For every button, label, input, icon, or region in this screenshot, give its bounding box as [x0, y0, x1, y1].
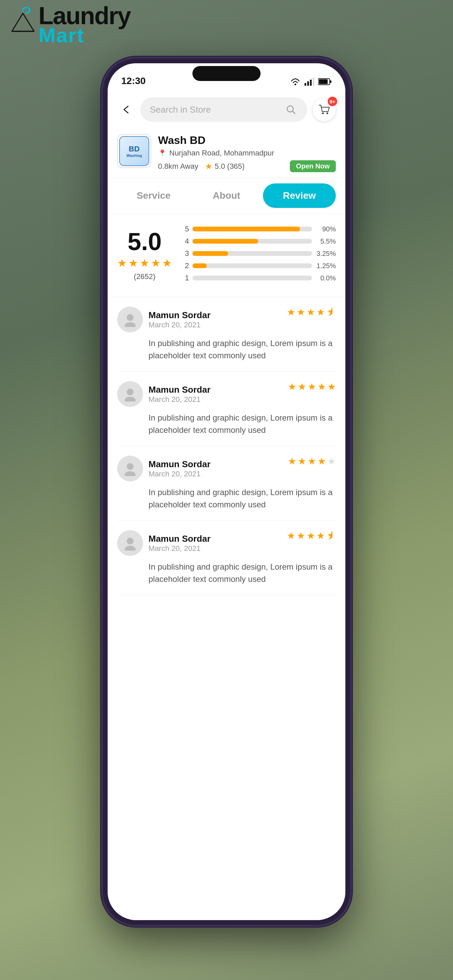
review-text-4: In publishing and graphic design, Lorem …	[148, 561, 336, 585]
user-avatar-icon-2	[123, 387, 137, 401]
svg-rect-3	[307, 81, 309, 86]
location-pin-icon: 📍	[158, 149, 167, 157]
reviewer-info-4: Mamun Sordar March 20, 2021	[117, 530, 211, 556]
user-avatar-icon-1	[123, 312, 137, 327]
status-icons	[290, 77, 332, 86]
rating-score: 5.0	[128, 229, 161, 254]
user-avatar-icon-3	[123, 461, 137, 476]
review-date-4: March 20, 2021	[148, 544, 211, 553]
reviewer-name-1: Mamun Sordar	[148, 310, 211, 321]
svg-point-17	[127, 463, 134, 470]
svg-point-11	[322, 113, 324, 115]
tab-service[interactable]: Service	[117, 183, 190, 208]
open-now-badge: Open Now	[290, 160, 336, 172]
bar-row-5: 5 90%	[182, 224, 336, 234]
reviewer-name-3: Mamun Sordar	[148, 459, 211, 469]
rating-bars: 5 90% 4 5.5% 3 3.25%	[182, 224, 336, 286]
bar-row-2: 2 1.25%	[182, 261, 336, 270]
logo-hanger-icon	[10, 6, 36, 43]
tab-about[interactable]: About	[190, 183, 263, 208]
search-magnifier-icon	[286, 105, 296, 115]
cart-badge: 9+	[328, 97, 337, 106]
review-stars-3: ★ ★ ★ ★ ★	[288, 456, 336, 467]
dynamic-island	[193, 66, 260, 81]
review-stars-4: ★ ★ ★ ★ ⯨	[287, 530, 336, 541]
reviewer-info-3: Mamun Sordar March 20, 2021	[117, 456, 211, 482]
back-arrow-icon	[121, 105, 131, 115]
review-card-2: Mamun Sordar March 20, 2021 ★ ★ ★ ★ ★	[117, 372, 336, 446]
avatar-4	[117, 530, 143, 556]
review-card-1: Mamun Sordar March 20, 2021 ★ ★ ★ ★ ⯨	[117, 297, 336, 372]
tabs: Service About Review	[108, 178, 345, 214]
reviews-section: Mamun Sordar March 20, 2021 ★ ★ ★ ★ ⯨	[108, 297, 345, 595]
svg-point-15	[127, 388, 134, 395]
battery-icon	[318, 78, 332, 86]
top-bar: Search in Store	[108, 91, 345, 129]
app-logo: Laundry Mart	[10, 3, 131, 46]
svg-line-10	[293, 111, 295, 114]
bar-row-3: 3 3.25%	[182, 249, 336, 258]
signal-icon	[305, 77, 315, 86]
store-meta: 0.8km Away ★ 5.0 (365) Open Now	[158, 160, 336, 172]
store-rating: ★ 5.0 (365)	[205, 162, 244, 171]
back-button[interactable]	[117, 101, 135, 118]
reviewer-info-2: Mamun Sordar March 20, 2021	[117, 381, 211, 407]
search-placeholder: Search in Store	[150, 105, 280, 115]
overall-rating: 5.0 ★ ★ ★ ★ ★ (2652)	[117, 229, 172, 281]
svg-point-20	[124, 546, 136, 550]
bar-row-4: 4 5.5%	[182, 237, 336, 246]
store-header: BD Washing Wash BD 📍 Nurjahan Road, Moha…	[108, 129, 345, 178]
avatar-2	[117, 381, 143, 407]
svg-rect-4	[310, 80, 312, 86]
review-date-1: March 20, 2021	[148, 321, 211, 329]
review-stars-1: ★ ★ ★ ★ ⯨	[287, 307, 336, 318]
reviewer-name-2: Mamun Sordar	[148, 385, 211, 395]
avatar-3	[117, 456, 143, 482]
avatar-1	[117, 307, 143, 332]
search-icon	[284, 103, 298, 116]
phone-screen: 12:30	[108, 63, 345, 920]
reviewer-info-1: Mamun Sordar March 20, 2021	[117, 307, 211, 332]
svg-point-16	[124, 397, 136, 401]
total-reviews: (2652)	[134, 272, 156, 281]
review-text-3: In publishing and graphic design, Lorem …	[148, 486, 336, 511]
rating-overview: 5.0 ★ ★ ★ ★ ★ (2652) 5	[108, 214, 345, 297]
svg-point-12	[327, 113, 329, 115]
reviewer-name-4: Mamun Sordar	[148, 533, 211, 544]
tab-review[interactable]: Review	[263, 183, 336, 208]
rating-stars: ★ ★ ★ ★ ★	[117, 256, 172, 269]
review-date-2: March 20, 2021	[148, 395, 211, 404]
user-avatar-icon-4	[123, 536, 137, 550]
app-content: Search in Store	[108, 91, 345, 920]
svg-rect-7	[319, 79, 328, 84]
search-bar[interactable]: Search in Store	[140, 97, 307, 122]
review-card-3: Mamun Sordar March 20, 2021 ★ ★ ★ ★ ★	[117, 446, 336, 520]
store-info: Wash BD 📍 Nurjahan Road, Mohammadpur 0.8…	[158, 134, 336, 172]
svg-rect-5	[313, 78, 314, 86]
logo-mart-text: Mart	[38, 25, 131, 46]
store-name: Wash BD	[158, 134, 336, 147]
cart-button[interactable]: 9+	[313, 98, 336, 121]
store-distance: 0.8km Away	[158, 162, 198, 171]
review-date-3: March 20, 2021	[148, 469, 211, 479]
svg-rect-2	[305, 83, 306, 86]
cart-icon	[318, 103, 330, 116]
review-card-4: Mamun Sordar March 20, 2021 ★ ★ ★ ★ ⯨	[117, 520, 336, 595]
svg-point-18	[124, 471, 136, 476]
bar-row-1: 1 0.0%	[182, 274, 336, 282]
status-time: 12:30	[121, 76, 146, 86]
wifi-icon	[290, 77, 301, 86]
store-address: 📍 Nurjahan Road, Mohammadpur	[158, 149, 336, 158]
review-stars-2: ★ ★ ★ ★ ★	[288, 381, 336, 392]
svg-rect-8	[330, 80, 332, 83]
store-logo: BD Washing	[117, 134, 151, 168]
phone-mockup: 12:30	[102, 58, 351, 926]
review-text-1: In publishing and graphic design, Lorem …	[148, 337, 336, 362]
svg-point-1	[295, 84, 296, 86]
svg-point-14	[124, 322, 136, 327]
svg-point-19	[127, 538, 134, 544]
svg-point-13	[127, 314, 134, 321]
review-text-2: In publishing and graphic design, Lorem …	[148, 412, 336, 436]
